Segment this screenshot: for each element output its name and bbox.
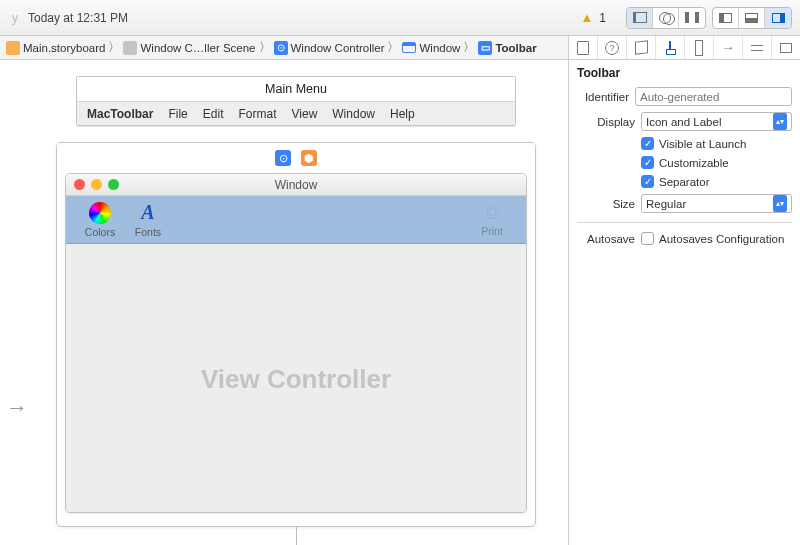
check-icon: ✓ bbox=[641, 156, 654, 169]
autosave-label: Autosave bbox=[577, 233, 635, 245]
question-icon bbox=[605, 41, 619, 55]
identity-icon bbox=[635, 41, 648, 54]
canvas[interactable]: → Main Menu MacToolbar File Edit Format … bbox=[0, 60, 568, 545]
inspector-tab-bar bbox=[569, 36, 800, 60]
first-responder-icon[interactable]: ⬢ bbox=[301, 150, 317, 166]
quickhelp-inspector-tab[interactable] bbox=[598, 36, 627, 59]
crumb-toolbar[interactable]: ▭Toolbar bbox=[478, 41, 536, 55]
panel-right-icon bbox=[772, 13, 785, 23]
identifier-label: Identifier bbox=[577, 91, 629, 103]
version-editor-button[interactable] bbox=[679, 8, 705, 28]
assistant-editor-button[interactable] bbox=[653, 8, 679, 28]
identity-inspector-tab[interactable] bbox=[627, 36, 656, 59]
autosave-checkbox[interactable]: Autosaves Configuration bbox=[641, 232, 784, 245]
storyboard-icon bbox=[6, 41, 20, 55]
scene-icon bbox=[123, 41, 137, 55]
lines-icon bbox=[633, 12, 647, 23]
identifier-input[interactable] bbox=[635, 87, 792, 106]
toggle-inspector-button[interactable] bbox=[765, 8, 791, 28]
size-inspector-tab[interactable] bbox=[685, 36, 714, 59]
warning-icon: ▲ bbox=[580, 10, 593, 25]
size-label: Size bbox=[577, 198, 635, 210]
fonts-icon: A bbox=[141, 201, 154, 224]
toolbar-icon: ▭ bbox=[478, 41, 492, 55]
content-view[interactable]: View Controller bbox=[66, 244, 526, 513]
warning-badge[interactable]: ▲ 1 bbox=[580, 10, 606, 25]
sides-icon bbox=[685, 12, 699, 23]
check-icon: ✓ bbox=[641, 137, 654, 150]
panel-bottom-icon bbox=[745, 13, 758, 23]
print-icon: ⎙ bbox=[487, 202, 498, 223]
menu-help[interactable]: Help bbox=[390, 107, 415, 121]
status-divider: y bbox=[12, 11, 18, 25]
toolbar-fonts-item[interactable]: A Fonts bbox=[124, 201, 172, 238]
colors-icon bbox=[89, 202, 111, 224]
bindings-inspector-tab[interactable] bbox=[743, 36, 772, 59]
arrow-icon bbox=[722, 40, 735, 55]
panels-group bbox=[712, 7, 792, 29]
window-icon bbox=[402, 42, 416, 53]
toolbar-colors-item[interactable]: Colors bbox=[76, 202, 124, 238]
menu-window[interactable]: Window bbox=[332, 107, 375, 121]
crumb-window[interactable]: Window bbox=[402, 42, 460, 54]
window-titlebar: Window bbox=[66, 174, 526, 196]
overlap-icon bbox=[659, 12, 673, 23]
window-title: Window bbox=[66, 178, 526, 192]
updown-icon: ▴▾ bbox=[773, 113, 787, 130]
window-object[interactable]: Window Colors A Fonts ⎙ Print View Contr bbox=[65, 173, 527, 513]
segue-line bbox=[296, 527, 297, 545]
panel-left-icon bbox=[719, 13, 732, 23]
display-select[interactable]: Icon and Label ▴▾ bbox=[641, 112, 792, 131]
main-menu-bar[interactable]: Main Menu MacToolbar File Edit Format Vi… bbox=[76, 76, 516, 126]
toggle-navigator-button[interactable] bbox=[713, 8, 739, 28]
effects-inspector-tab[interactable] bbox=[772, 36, 800, 59]
customizable-checkbox[interactable]: ✓Customizable bbox=[641, 156, 729, 169]
file-inspector-tab[interactable] bbox=[569, 36, 598, 59]
crumb-storyboard[interactable]: Main.storyboard bbox=[6, 41, 105, 55]
window-scene[interactable]: ⊙ ⬢ Window Colors A Fonts bbox=[56, 142, 536, 527]
display-label: Display bbox=[577, 116, 635, 128]
check-icon: ✓ bbox=[641, 175, 654, 188]
top-toolbar: y Today at 12:31 PM ▲ 1 bbox=[0, 0, 800, 36]
size-select[interactable]: Regular ▴▾ bbox=[641, 194, 792, 213]
view-controller-placeholder: View Controller bbox=[201, 364, 391, 395]
editor-mode-group bbox=[626, 7, 706, 29]
status-time: Today at 12:31 PM bbox=[28, 11, 128, 25]
connections-inspector-tab[interactable] bbox=[714, 36, 743, 59]
warning-count: 1 bbox=[599, 11, 606, 25]
menu-format[interactable]: Format bbox=[238, 107, 276, 121]
main-menu-title: Main Menu bbox=[77, 77, 515, 101]
scene-header: ⊙ ⬢ bbox=[57, 143, 535, 173]
ruler-icon bbox=[695, 40, 703, 56]
standard-editor-button[interactable] bbox=[627, 8, 653, 28]
visible-checkbox[interactable]: ✓Visible at Launch bbox=[641, 137, 746, 150]
crumb-scene[interactable]: Window C…ller Scene bbox=[123, 41, 255, 55]
inspector-heading: Toolbar bbox=[569, 60, 800, 84]
controller-dock-icon[interactable]: ⊙ bbox=[275, 150, 291, 166]
bars-icon bbox=[751, 42, 763, 54]
checkbox-icon bbox=[641, 232, 654, 245]
menu-edit[interactable]: Edit bbox=[203, 107, 224, 121]
updown-icon: ▴▾ bbox=[773, 195, 787, 212]
attributes-inspector-tab[interactable] bbox=[656, 36, 685, 59]
inspector-divider bbox=[577, 222, 792, 223]
window-toolbar[interactable]: Colors A Fonts ⎙ Print bbox=[66, 196, 526, 244]
file-icon bbox=[577, 41, 589, 55]
menu-items: MacToolbar File Edit Format View Window … bbox=[77, 101, 515, 125]
window-small-icon bbox=[780, 43, 792, 53]
inspector-panel: Toolbar Identifier Display Icon and Labe… bbox=[568, 36, 800, 545]
segue-arrow-icon: → bbox=[6, 395, 28, 421]
menu-view[interactable]: View bbox=[292, 107, 318, 121]
separator-checkbox[interactable]: ✓Separator bbox=[641, 175, 710, 188]
slider-icon bbox=[664, 41, 676, 55]
menu-file[interactable]: File bbox=[168, 107, 187, 121]
toolbar-print-item[interactable]: ⎙ Print bbox=[468, 202, 516, 237]
crumb-controller[interactable]: ⊙Window Controller bbox=[274, 41, 385, 55]
menu-app[interactable]: MacToolbar bbox=[87, 107, 153, 121]
controller-icon: ⊙ bbox=[274, 41, 288, 55]
toggle-debug-button[interactable] bbox=[739, 8, 765, 28]
